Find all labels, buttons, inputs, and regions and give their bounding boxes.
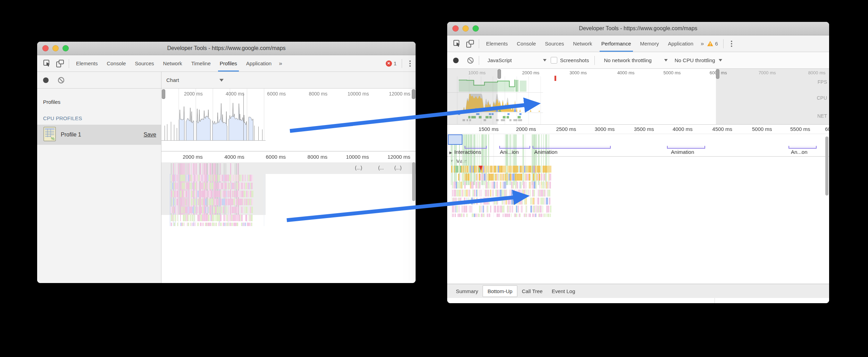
interaction-bracket[interactable]: [499, 146, 530, 149]
frames-strip[interactable]: [447, 134, 829, 146]
tab-performance[interactable]: Performance: [597, 35, 636, 52]
collapsed-marker[interactable]: (...): [355, 165, 362, 171]
ruler-tick: 3500 ms: [634, 126, 656, 132]
category-filter-select[interactable]: JavaScript: [487, 57, 546, 63]
inspect-icon[interactable]: [452, 39, 462, 48]
range-handle-right[interactable]: [412, 89, 415, 99]
tab-bottom-up[interactable]: Bottom-Up: [483, 285, 517, 297]
menu-kebab-icon[interactable]: [726, 41, 737, 47]
network-throttling-value: No network throttling: [604, 57, 652, 63]
ruler-tick: 3000 ms: [569, 70, 589, 75]
ruler-tick: 2000 ms: [184, 91, 205, 97]
tab-elements[interactable]: Elements: [72, 55, 102, 72]
profile-list-item[interactable]: % Profile 1 Save: [37, 125, 161, 145]
divider: [594, 56, 595, 65]
save-profile-link[interactable]: Save: [144, 132, 156, 138]
main-flame-canvas[interactable]: [447, 165, 551, 217]
ruler-tick: 8000 ms: [808, 70, 827, 75]
fps-track-label: FPS: [818, 79, 827, 85]
tab-application[interactable]: Application: [242, 55, 276, 72]
tab-application[interactable]: Application: [663, 35, 698, 52]
vertical-scrollbar[interactable]: [412, 162, 415, 201]
range-handle-left[interactable]: [498, 69, 501, 79]
range-handle-left[interactable]: [162, 89, 165, 99]
error-count: 1: [394, 60, 397, 66]
profiles-sidebar: Profiles CPU PROFILES % Profile 1 Save: [37, 72, 161, 283]
tab-console[interactable]: Console: [102, 55, 131, 72]
selected-frame-box[interactable]: [448, 134, 462, 145]
interaction-bracket[interactable]: [533, 146, 610, 149]
interaction-bracket[interactable]: [465, 146, 487, 149]
animation-label: Animation: [534, 149, 558, 155]
collapsed-marker[interactable]: (...): [394, 165, 402, 171]
detail-ruler: 1500 ms 2000 ms 2500 ms 3000 ms 3500 ms …: [447, 125, 829, 134]
device-toolbar-icon[interactable]: [465, 39, 475, 48]
ruler-tick: 1500 ms: [478, 126, 500, 132]
interactions-toggle-row[interactable]: ▶Interactions: [449, 149, 481, 155]
screenshots-checkbox[interactable]: [551, 57, 557, 64]
profile-chart-panel: Chart 2000 ms 4000 ms 6000 ms 8000 ms 10…: [161, 72, 416, 283]
vertical-scrollbar[interactable]: [825, 136, 828, 196]
footer-strip: [447, 298, 829, 303]
performance-toolbar: JavaScript Screenshots No network thrott…: [447, 52, 829, 69]
tab-network[interactable]: Network: [569, 35, 597, 52]
divider: [479, 56, 479, 65]
interaction-bracket[interactable]: [667, 146, 705, 149]
inspect-icon[interactable]: [42, 59, 52, 68]
tab-timeline[interactable]: Timeline: [187, 55, 215, 72]
ruler-tick: 8000 ms: [308, 154, 329, 160]
more-tabs-chevron[interactable]: »: [276, 60, 285, 67]
clear-icon[interactable]: [467, 57, 474, 64]
overview-ruler: 2000 ms 4000 ms 6000 ms 8000 ms 10000 ms…: [161, 89, 416, 151]
tab-summary[interactable]: Summary: [451, 288, 483, 294]
performance-overview[interactable]: 1000 ms 2000 ms 3000 ms 4000 ms 5000 ms …: [447, 69, 829, 125]
clear-icon[interactable]: [58, 77, 65, 84]
tab-sources[interactable]: Sources: [541, 35, 569, 52]
window-title: Developer Tools - https://www.google.com…: [37, 45, 416, 51]
chevron-down-icon: [543, 59, 546, 61]
network-throttling-select[interactable]: No network throttling: [604, 57, 668, 63]
more-tabs-chevron[interactable]: »: [698, 40, 707, 47]
tab-network[interactable]: Network: [159, 55, 187, 72]
main-flame-chart[interactable]: [447, 165, 829, 284]
chevron-down-icon: [664, 59, 668, 61]
profile-flame-canvas[interactable]: [161, 174, 266, 226]
profile-overview-chart[interactable]: 2000 ms 4000 ms 6000 ms 8000 ms 10000 ms…: [161, 89, 416, 151]
tab-event-log[interactable]: Event Log: [547, 288, 580, 294]
tab-elements[interactable]: Elements: [482, 35, 512, 52]
cpu-throttling-value: No CPU throttling: [675, 57, 715, 63]
profile-flame-chart[interactable]: [161, 174, 416, 283]
cpu-profiles-section-title: CPU PROFILES: [37, 105, 161, 125]
ruler-tick: 4000 ms: [673, 126, 694, 132]
ruler-tick: 4000 ms: [224, 154, 246, 160]
divider: [69, 59, 69, 68]
tab-console[interactable]: Console: [512, 35, 541, 52]
tab-call-tree[interactable]: Call Tree: [517, 288, 547, 294]
menu-kebab-icon[interactable]: [404, 60, 416, 67]
cpu-throttling-select[interactable]: No CPU throttling: [675, 57, 722, 63]
overview-tracks-canvas[interactable]: [447, 76, 543, 124]
tab-memory[interactable]: Memory: [636, 35, 663, 52]
tab-profiles[interactable]: Profiles: [215, 55, 242, 72]
warning-icon[interactable]: [707, 41, 713, 47]
chart-view-select[interactable]: Chart: [166, 77, 224, 83]
profiles-toolbar: [37, 72, 161, 89]
ruler-tick: 5500 ms: [790, 126, 812, 132]
error-badge-icon[interactable]: ✕: [386, 60, 392, 67]
ruler-tick: 7000 ms: [759, 70, 778, 75]
collapsed-stack-band[interactable]: (...) (... (...): [161, 163, 416, 174]
record-button[interactable]: [453, 58, 459, 63]
animation-label: An...on: [791, 149, 808, 155]
range-handle-right[interactable]: [716, 69, 719, 79]
interaction-bracket[interactable]: [788, 146, 816, 149]
record-button[interactable]: [43, 77, 49, 83]
device-toolbar-icon[interactable]: [55, 59, 65, 68]
ruler-tick: 2000 ms: [516, 126, 538, 132]
titlebar: Developer Tools - https://www.google.com…: [447, 22, 829, 35]
tab-sources[interactable]: Sources: [131, 55, 159, 72]
view-select-row: Chart: [161, 72, 416, 89]
ruler-tick: 6000 ms: [267, 91, 287, 97]
profile-name: Profile 1: [61, 132, 81, 138]
ruler-tick: 2500 ms: [556, 126, 578, 132]
collapsed-marker[interactable]: (...: [378, 165, 384, 171]
